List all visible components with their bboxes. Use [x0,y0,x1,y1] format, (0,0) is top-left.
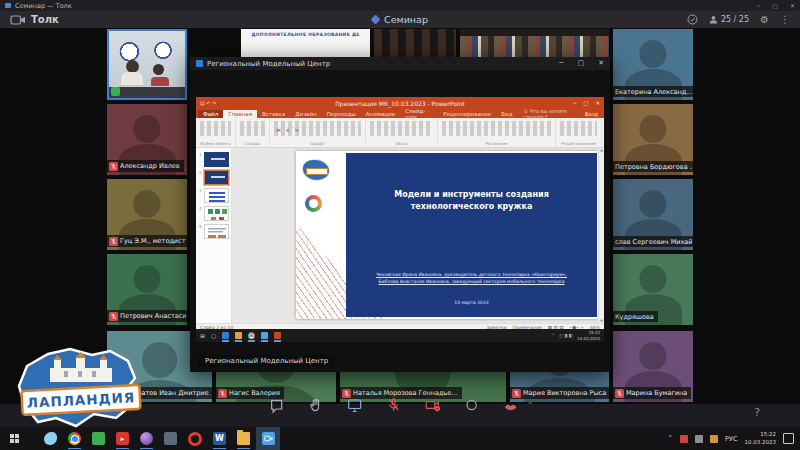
shared-app-icon-1[interactable] [222,332,229,339]
minimize-icon[interactable]: ─ [757,3,761,9]
participant-tile[interactable]: Гуц Э.М., методист МУ"И… [106,178,188,251]
participant-tile[interactable]: Екатерина Александ… [612,28,694,101]
shared-search-icon[interactable]: ○ [211,333,216,339]
taskbar-word-icon[interactable]: W [213,432,226,445]
powerpoint-title: Презентация МК_10.03.2023 - PowerPoint [335,100,464,107]
taskbar-app-gray-icon[interactable] [164,432,177,445]
quick-access-toolbar[interactable]: ▤ ↶ ↷ [200,100,216,106]
meeting-title: Семинар [372,14,428,25]
shared-folder-icon[interactable] [235,332,242,339]
share-minimize-icon[interactable]: ─ [559,60,563,67]
slide-title: Модели и инструменты создания технологич… [392,189,552,214]
avatar-silhouette [639,115,666,142]
slide-thumbnail-1[interactable]: 1 [199,152,229,167]
slide-thumbnail-5[interactable]: 5 [199,224,229,239]
raise-hand-icon[interactable] [306,395,326,415]
record-icon[interactable] [462,395,482,415]
ribbon-group-Рисование[interactable]: Рисование [438,118,556,147]
webcam-active-badge [111,87,120,96]
participant-tile[interactable]: Марина Бумагина [612,330,694,403]
microphone-muted-icon[interactable] [384,395,404,415]
participant-name-label: Екатерина Александ… [613,86,694,97]
shared-start-icon[interactable]: ⊞ [200,333,205,339]
slide-date: 10 марта 2023 [346,300,597,305]
participant-name-label: Марина Бумагина [613,387,691,399]
maximize-icon[interactable]: ▢ [772,3,778,9]
os-window-title: Семинар — Толк [15,2,72,10]
share-window-title: Региональный Модельный Центр [207,60,330,68]
share-close-icon[interactable]: ✕ [598,60,604,67]
microphone-muted-icon [218,389,227,398]
ribbon-group-Слайды[interactable]: Слайды [236,118,270,147]
ppt-close-icon[interactable]: ✕ [595,100,600,106]
participants-count[interactable]: 25 / 25 [709,15,749,24]
technopark-logo [305,195,322,212]
slide-thumbnail-2[interactable]: 2 [199,170,229,185]
tray-app-icon-1[interactable] [680,435,688,443]
taskbar-explorer-icon[interactable] [237,432,250,445]
help-icon[interactable]: ? [754,406,760,419]
taskbar-opera-icon[interactable] [188,432,202,446]
clock[interactable]: 15:22 10.03.2023 [745,431,777,446]
slide-thumbnail-3[interactable]: 3 [199,188,229,203]
participant-tile[interactable]: Петрович Анастасия Юр… [106,253,188,326]
shared-tray-icons: ▯ ◨ ◧ [559,333,573,338]
tab-Вид[interactable]: Вид [496,110,517,118]
participant-tile[interactable]: слав Сергеевич Михай… [612,178,694,251]
shared-screen-taskbar: ⊞ ○ ⌃ ▯ ◨ ◧ 15:22 10.03.2023 [196,329,604,342]
participant-tile[interactable]: Александр Ивлев [106,103,188,176]
laplandia-logo-small [303,160,329,180]
participant-tile[interactable] [106,28,188,101]
ribbon-group-Абзац[interactable]: Абзац [366,118,438,147]
notification-center-icon[interactable] [783,433,794,444]
participant-name: Мария Викторовна Рыса… [523,389,607,397]
close-icon[interactable]: ✕ [790,3,795,9]
participant-tile[interactable]: Кудряшова [612,253,694,326]
ppt-maximize-icon[interactable]: ▢ [583,100,588,106]
avatar-silhouette [639,265,666,292]
camera-off-icon[interactable] [423,395,443,415]
participant-name: Марина Бумагина [626,389,687,397]
participant-tile[interactable]: Петровна Бордюгова … [612,103,694,176]
language-indicator[interactable]: РУС [725,435,737,443]
tab-Анимации[interactable]: Анимации [361,110,400,118]
taskbar-talk-active-icon[interactable] [256,427,280,450]
vertical-scrollbar[interactable]: ▲▼ [598,148,604,323]
tray-app-icon-2[interactable] [710,435,718,443]
share-maximize-icon[interactable]: ▢ [578,60,585,67]
tray-chevron-icon[interactable]: ⌃ [667,435,673,442]
security-check-icon[interactable] [687,14,698,25]
settings-gear-icon[interactable]: ⚙ [760,15,769,25]
participant-name: слав Сергеевич Михай… [615,238,692,246]
tab-Вставка[interactable]: Вставка [257,110,290,118]
tab-Переходы[interactable]: Переходы [322,110,361,118]
share-source-label: Региональный Модельный Центр [198,355,335,367]
tab-Дизайн[interactable]: Дизайн [290,110,321,118]
tab-file[interactable]: Файл [198,110,223,118]
participant-name-label: Петрович Анастасия Юр… [107,310,188,322]
tab-Главная[interactable]: Главная [223,110,257,118]
hang-up-icon[interactable] [501,395,521,415]
ribbon: Буфер обменаСлайдыЖ К ЧШрифтАбзацРисован… [196,118,604,148]
shared-tray-chevron-icon[interactable]: ⌃ [551,333,555,338]
shared-chrome-icon[interactable] [248,332,255,339]
shared-powerpoint-icon[interactable] [274,332,281,339]
bold-italic-underline-icons[interactable]: Ж К Ч [276,128,300,133]
slide-thumbnail-4[interactable]: 4 [199,206,229,221]
ribbon-tabs: Файл ГлавнаяВставкаДизайнПереходыАнимаци… [196,109,604,118]
tab-Рецензирование[interactable]: Рецензирование [438,110,496,118]
sign-in-button[interactable]: Вход [585,111,598,117]
ribbon-group-Редактирование[interactable]: Редактирование [556,118,602,147]
camera-icon [10,15,26,25]
ribbon-group-Буфер обмена[interactable]: Буфер обмена [196,118,236,147]
annotate-icon[interactable] [267,395,287,415]
ribbon-group-Шрифт[interactable]: Ж К ЧШрифт [270,118,366,147]
tray-shield-icon[interactable] [695,435,703,443]
kebab-menu-icon[interactable]: ⋮ [780,15,790,25]
screen-share-window[interactable]: Региональный Модельный Центр ─ ▢ ✕ ▤ ↶ ↷… [190,57,610,372]
share-screen-icon[interactable] [345,395,365,415]
shared-clock: 15:22 10.03.2023 [577,330,600,340]
hang-up-options-icon[interactable]: ⌃ [527,401,534,410]
shared-app-icon-2[interactable] [261,332,268,339]
ppt-minimize-icon[interactable]: ─ [573,100,576,106]
